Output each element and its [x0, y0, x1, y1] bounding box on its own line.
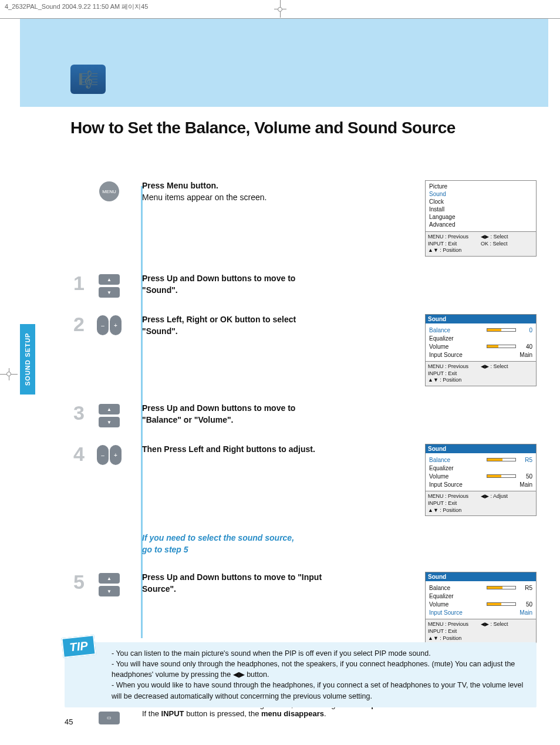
- osd-row: Volume50: [429, 472, 532, 480]
- osd-sound-2: Sound BalanceR5EqualizerVolume50Input So…: [425, 444, 537, 516]
- instr-line: Press Menu button.: [142, 181, 218, 190]
- osd-hint: INPUT : Exit: [428, 241, 481, 248]
- osd-hint: MENU : Previous: [428, 493, 481, 500]
- note-line: go to step 5: [142, 544, 330, 556]
- page: 🎼 How to Set the Balance, Volume and Sou…: [0, 19, 560, 729]
- osd-hint: MENU : Previous: [428, 363, 481, 370]
- osd-sound-1: Sound Balance0EqualizerVolume40Input Sou…: [425, 314, 537, 386]
- osd-hint: INPUT : Exit: [428, 500, 481, 507]
- section-tab: SOUND SETUP: [20, 324, 35, 395]
- osd-title: Sound: [426, 572, 536, 581]
- step-row-4: 4 – + Then Press Left and Right buttons …: [65, 444, 537, 516]
- osd-title: Sound: [426, 444, 536, 453]
- osd-row: Input SourceMain: [429, 608, 532, 616]
- osd-menu-item: Install: [429, 206, 532, 214]
- instr-line: Menu items appear on the screen.: [142, 192, 330, 204]
- osd-hint: ◀▶ : Adjust: [481, 493, 534, 500]
- osd-main-menu: PictureSoundClockInstallLanguageAdvanced…: [425, 180, 537, 257]
- step-number: 2: [65, 314, 88, 334]
- tip-line: - When you would like to have sound thro…: [112, 680, 528, 701]
- osd-row: BalanceR5: [429, 456, 532, 464]
- osd-hint: ◀▶ : Select: [481, 363, 534, 370]
- osd-menu-item: Language: [429, 214, 532, 221]
- step-number: 4: [65, 444, 88, 464]
- tip-box: TIP - You can listen to the main picture…: [65, 642, 537, 707]
- osd-hint: INPUT : Exit: [428, 628, 481, 635]
- step-row-3: 3 ▲ ▼ Press Up and Down buttons to move …: [65, 403, 537, 427]
- crop-filename: 4_2632PAL_Sound 2004.9.22 11:50 AM 페이지45: [5, 3, 148, 10]
- osd-hint: ▲▼ : Position: [428, 377, 481, 384]
- osd-sound-3: Sound BalanceR5EqualizerVolume50Input So…: [425, 572, 537, 644]
- step-instruction: Press Up and Down buttons to move to "So…: [142, 273, 330, 296]
- osd-hint: ▲▼ : Position: [428, 247, 481, 254]
- osd-menu-item: Picture: [429, 183, 532, 191]
- step-number: 5: [65, 572, 88, 592]
- right-button-icon: +: [110, 445, 122, 465]
- up-button-icon: ▲: [99, 404, 120, 414]
- osd-row: Equalizer: [429, 334, 532, 342]
- page-title: How to Set the Balance, Volume and Sound…: [70, 119, 456, 137]
- osd-row: Volume50: [429, 600, 532, 608]
- osd-row: Balance0: [429, 326, 532, 334]
- osd-row: BalanceR5: [429, 584, 532, 592]
- osd-row: Equalizer: [429, 464, 532, 472]
- osd-hint: MENU : Previous: [428, 234, 481, 241]
- step-number: 3: [65, 403, 88, 423]
- osd-hint: ◀▶ : Select: [481, 621, 534, 628]
- osd-menu-item: Advanced: [429, 221, 532, 229]
- osd-row: Input SourceMain: [429, 350, 532, 359]
- left-button-icon: –: [97, 445, 109, 465]
- osd-hint: ▲▼ : Position: [428, 635, 481, 642]
- crop-header: 4_2632PAL_Sound 2004.9.22 11:50 AM 페이지45: [0, 0, 560, 19]
- step-instruction: Then Press Left and Right buttons to adj…: [142, 444, 330, 456]
- step-instruction: Press Menu button. Menu items appear on …: [142, 180, 330, 203]
- down-button-icon: ▼: [99, 586, 120, 596]
- note-text: If you need to select the sound source, …: [142, 532, 330, 555]
- step-row-5: 5 ▲ ▼ Press Up and Down buttons to move …: [65, 572, 537, 644]
- step-row-menu: MENU Press Menu button. Menu items appea…: [65, 180, 537, 257]
- tip-line: - You will have sound only through the h…: [112, 659, 528, 680]
- step-row-note: If you need to select the sound source, …: [65, 532, 537, 555]
- step-instruction: Press Up and Down buttons to move to "In…: [142, 572, 330, 595]
- input-button-icon: ▭: [99, 712, 120, 724]
- osd-menu-item: Sound: [429, 191, 532, 198]
- step-instruction: Press Up and Down buttons to move to "Ba…: [142, 403, 330, 426]
- left-button-icon: –: [97, 315, 109, 335]
- step-row-2: 2 – + Press Left, Right or OK button to …: [65, 314, 537, 386]
- osd-row: Equalizer: [429, 592, 532, 600]
- step-row-1: 1 ▲ ▼ Press Up and Down buttons to move …: [65, 273, 537, 298]
- tip-line: - You can listen to the main picture's s…: [112, 648, 528, 659]
- osd-hint: OK : Select: [481, 241, 534, 248]
- osd-row: Input SourceMain: [429, 480, 532, 488]
- right-button-icon: +: [110, 315, 122, 335]
- osd-title: Sound: [426, 315, 536, 323]
- menu-button-icon: MENU: [99, 181, 119, 201]
- step-number: 1: [65, 273, 88, 293]
- osd-hint: INPUT : Exit: [428, 370, 481, 377]
- note-line: If you need to select the sound source,: [142, 532, 330, 544]
- tip-label: TIP: [61, 635, 96, 658]
- down-button-icon: ▼: [99, 287, 120, 298]
- crop-circle-icon: [278, 7, 282, 12]
- page-number: 45: [65, 717, 73, 726]
- osd-hint: ▲▼ : Position: [428, 507, 481, 514]
- music-icon: 🎼: [70, 65, 106, 94]
- osd-row: Volume40: [429, 342, 532, 350]
- step-instruction: Press Left, Right or OK button to select…: [142, 314, 330, 337]
- crop-mark-left-icon: [0, 374, 18, 375]
- down-button-icon: ▼: [99, 417, 120, 427]
- up-button-icon: ▲: [99, 274, 120, 285]
- osd-menu-item: Clock: [429, 198, 532, 206]
- osd-hint: MENU : Previous: [428, 621, 481, 628]
- osd-hint: ◀▶ : Select: [481, 234, 534, 241]
- up-button-icon: ▲: [99, 573, 120, 584]
